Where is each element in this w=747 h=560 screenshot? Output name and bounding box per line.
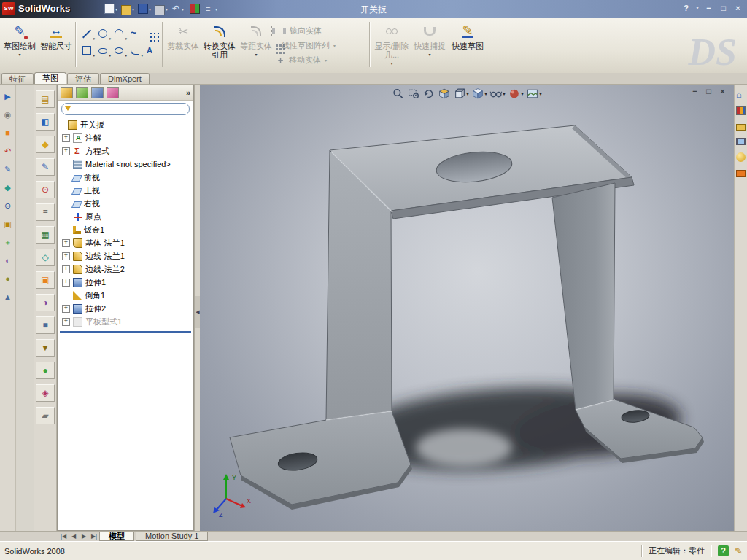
appearances-icon[interactable] <box>736 152 746 162</box>
tab-features[interactable]: 特征 <box>1 73 34 84</box>
left-toolbar-icon[interactable] <box>5 128 10 138</box>
rollback-bar[interactable] <box>60 331 191 333</box>
doc-restore-button[interactable]: □ <box>703 86 714 97</box>
view-palette-icon[interactable] <box>736 138 746 145</box>
expand-icon[interactable] <box>62 305 70 313</box>
prev-tab-arrow[interactable]: ◀ <box>69 532 79 541</box>
tree-item-right-plane[interactable]: 右视 <box>58 197 193 210</box>
slot-tool-button[interactable] <box>95 42 111 58</box>
expand-icon[interactable] <box>62 252 70 260</box>
zoom-to-area-icon[interactable] <box>407 88 419 100</box>
tree-item-chamfer[interactable]: 倒角1 <box>58 289 193 302</box>
toolbar-icon[interactable] <box>36 113 55 131</box>
tab-evaluate[interactable]: 评估 <box>67 73 99 84</box>
maximize-button[interactable]: □ <box>717 2 729 14</box>
tree-item-front-plane[interactable]: 前视 <box>58 171 193 184</box>
apply-scene-icon[interactable] <box>527 88 542 100</box>
dimxpert-manager-tab-icon[interactable] <box>107 87 119 98</box>
hide-show-items-icon[interactable] <box>489 88 505 100</box>
doc-minimize-button[interactable]: − <box>689 86 700 97</box>
next-tab-arrow[interactable]: ▶ <box>79 532 89 541</box>
tree-item-top-plane[interactable]: 上视 <box>58 184 193 197</box>
quick-tips-help-icon[interactable]: ? <box>718 545 729 556</box>
tree-item-material[interactable]: Material <not specified> <box>58 158 193 171</box>
toolbar-icon[interactable] <box>36 316 55 334</box>
rotate-view-icon[interactable] <box>422 88 435 100</box>
tree-item-extrude2[interactable]: 拉伸2 <box>58 302 193 315</box>
toolbar-icon[interactable] <box>36 294 55 311</box>
left-toolbar-icon[interactable] <box>4 92 10 101</box>
help-chevron-icon[interactable] <box>694 2 700 14</box>
expand-icon[interactable] <box>62 134 70 142</box>
file-explorer-icon[interactable] <box>736 124 746 131</box>
rectangle-tool-button[interactable] <box>79 42 95 58</box>
toolbar-icon[interactable] <box>36 384 55 402</box>
tree-item-base-flange[interactable]: 基体-法兰1 <box>58 236 193 249</box>
display-style-icon[interactable] <box>471 88 487 100</box>
left-toolbar-icon[interactable] <box>4 165 11 174</box>
tree-item-sheet-metal[interactable]: 钣金1 <box>58 223 193 236</box>
expand-icon[interactable] <box>62 239 70 247</box>
last-tab-arrow[interactable]: ▶| <box>89 532 99 541</box>
expand-icon[interactable] <box>62 147 70 155</box>
doc-close-button[interactable]: × <box>717 86 728 97</box>
toolbar-icon[interactable] <box>36 249 55 266</box>
graphics-viewport[interactable]: − □ × Y X Z <box>200 85 734 531</box>
sketch-button[interactable]: 草图绘制 <box>3 20 36 67</box>
design-library-icon[interactable] <box>736 106 746 115</box>
manager-more-chevron[interactable]: » <box>186 88 190 97</box>
help-button[interactable]: ? <box>680 2 692 14</box>
toolbar-icon[interactable] <box>36 203 55 221</box>
zoom-fit-icon[interactable] <box>392 88 404 100</box>
tab-motion-study[interactable]: Motion Study 1 <box>136 532 208 541</box>
tree-item-origin[interactable]: 原点 <box>58 210 193 223</box>
point-tool-button[interactable] <box>143 25 159 42</box>
arc-tool-button[interactable] <box>111 25 127 42</box>
tree-item-part[interactable]: 开关扳 <box>58 118 193 131</box>
first-tab-arrow[interactable]: |◀ <box>58 532 69 541</box>
toolbar-icon[interactable] <box>36 158 55 176</box>
edit-appearance-icon[interactable] <box>508 88 524 100</box>
toolbar-icon[interactable] <box>36 181 55 198</box>
expand-icon[interactable] <box>62 318 70 326</box>
left-toolbar-icon[interactable] <box>5 274 10 284</box>
section-view-icon[interactable] <box>438 88 450 100</box>
solidworks-resources-icon[interactable] <box>736 90 746 99</box>
tree-item-flat-pattern[interactable]: 平板型式1 <box>58 315 193 328</box>
left-toolbar-icon[interactable] <box>4 292 12 302</box>
left-toolbar-icon[interactable] <box>4 183 10 192</box>
tab-model[interactable]: 模型 <box>99 532 134 541</box>
toolbar-icon[interactable] <box>36 362 55 379</box>
left-toolbar-icon[interactable] <box>4 201 11 211</box>
line-tool-button[interactable] <box>79 25 95 42</box>
minimize-button[interactable]: − <box>703 2 715 14</box>
bracket-right-leg[interactable] <box>552 183 615 410</box>
filter-input[interactable] <box>73 104 186 113</box>
tab-sketch[interactable]: 草图 <box>34 72 66 84</box>
configuration-manager-tab-icon[interactable] <box>91 87 104 98</box>
toolbar-icon[interactable] <box>36 339 55 357</box>
tree-item-equations[interactable]: 方程式 <box>58 144 193 158</box>
toolbar-icon[interactable] <box>36 136 55 153</box>
left-toolbar-icon[interactable] <box>4 110 12 120</box>
tab-dimxpert[interactable]: DimXpert <box>100 73 150 84</box>
left-toolbar-icon[interactable] <box>4 147 11 156</box>
left-toolbar-icon[interactable] <box>4 238 12 247</box>
smart-dimension-button[interactable]: 智能尺寸 <box>39 20 73 67</box>
toolbar-icon[interactable] <box>36 271 55 289</box>
circle-tool-button[interactable] <box>95 25 111 42</box>
bracket-left-flange[interactable] <box>230 411 411 505</box>
custom-properties-icon[interactable] <box>736 170 746 177</box>
tree-item-annotations[interactable]: 注解 <box>58 131 193 144</box>
close-button[interactable]: × <box>732 2 744 14</box>
left-toolbar-icon[interactable] <box>4 219 11 229</box>
expand-icon[interactable] <box>62 279 70 287</box>
toolbar-icon[interactable] <box>36 90 55 108</box>
text-tool-button[interactable] <box>143 42 159 58</box>
toolbar-icon[interactable] <box>36 407 55 424</box>
toolbar-icon[interactable] <box>36 226 55 244</box>
model-canvas[interactable] <box>200 85 734 531</box>
spline-tool-button[interactable] <box>127 25 143 42</box>
rapid-sketch-button[interactable]: 快速草图 <box>451 20 484 67</box>
sketch-fillet-tool-button[interactable] <box>127 42 143 58</box>
